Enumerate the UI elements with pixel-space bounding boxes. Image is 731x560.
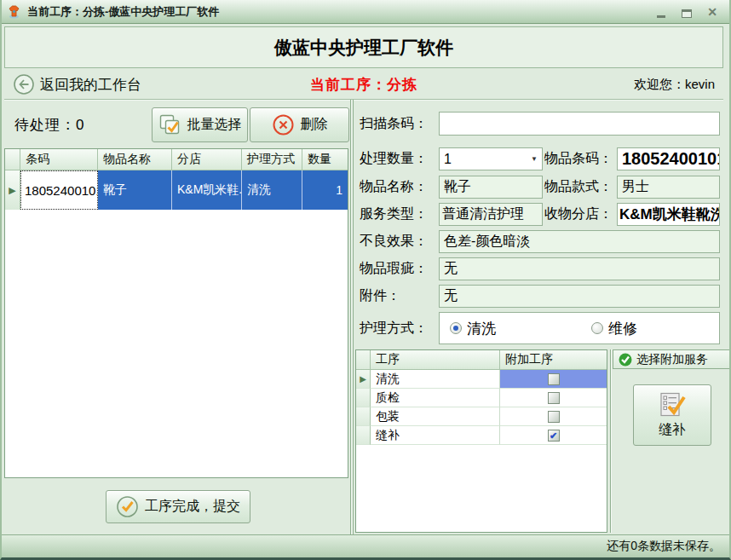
- quantity-select[interactable]: 1 ▼: [439, 147, 543, 170]
- additional-services-panel: 选择附加服务 缝补: [610, 349, 730, 533]
- flaw-value: 无: [439, 257, 720, 280]
- scan-barcode-input[interactable]: [439, 112, 720, 136]
- row-indicator-icon: ▶: [356, 370, 371, 389]
- row-indicator-icon: ▶: [5, 170, 20, 210]
- defect-label: 不良效果：: [360, 233, 428, 251]
- app-icon: [7, 4, 21, 19]
- care-method-label: 护理方式：: [360, 320, 428, 338]
- back-label: 返回我的工作台: [40, 75, 141, 95]
- cell-quantity[interactable]: 1: [302, 170, 348, 210]
- process-row-inspect[interactable]: 质检: [356, 389, 607, 407]
- mend-service-button[interactable]: 缝补: [633, 384, 711, 446]
- welcome-text: 欢迎您：kevin: [485, 77, 715, 93]
- chevron-down-icon: ▼: [531, 155, 538, 163]
- toolbar-header: 返回我的工作台 当前工序：分拣 欢迎您：kevin: [4, 70, 723, 99]
- checkbox-inspect[interactable]: [548, 392, 560, 404]
- left-panel: 待处理：0 批量选择 删除: [4, 100, 350, 535]
- col-header-care-method[interactable]: 护理方式: [242, 149, 302, 170]
- items-table: 条码 物品名称 分店 护理方式 数量 ▶ 18052400101 靴子 K&M凯…: [4, 148, 348, 478]
- pending-label: 待处理：: [14, 117, 76, 133]
- right-panel: 扫描条码： 处理数量： 1 ▼ 物品条码： 18052400101 物品名称： …: [354, 100, 730, 535]
- item-name-label: 物品名称：: [360, 178, 428, 196]
- item-barcode-value: 18052400101: [617, 147, 720, 170]
- defect-value: 色差-颜色暗淡: [439, 230, 720, 253]
- table-row[interactable]: ▶ 18052400101 靴子 K&M凯米鞋... 清洗 1: [5, 170, 348, 210]
- welcome-label: 欢迎您：: [634, 77, 685, 91]
- delete-label: 删除: [301, 116, 328, 134]
- status-bar: 还有0条数据未保存。: [2, 534, 729, 557]
- col-header-extra-process[interactable]: 附加工序: [500, 350, 607, 370]
- process-name[interactable]: 质检: [371, 389, 500, 407]
- checkbox-mend[interactable]: [548, 430, 560, 442]
- additional-services-label: 选择附加服务: [636, 352, 708, 367]
- pending-counter: 待处理：0: [14, 115, 84, 135]
- col-header-item-name[interactable]: 物品名称: [98, 149, 172, 170]
- item-name-value: 靴子: [439, 176, 543, 199]
- green-check-icon: [619, 353, 632, 367]
- maximize-button[interactable]: [680, 6, 694, 18]
- quantity-value: 1: [444, 152, 452, 167]
- submit-process-label: 工序完成，提交: [145, 498, 240, 516]
- receive-branch-label: 收物分店：: [544, 205, 613, 223]
- current-process-label: 当前工序：分拣: [243, 75, 485, 95]
- accessory-label: 附件：: [360, 287, 400, 305]
- process-name[interactable]: 包装: [371, 407, 500, 426]
- radio-wash[interactable]: 清洗: [450, 319, 496, 338]
- care-method-group: 清洗 维修: [439, 312, 720, 344]
- col-header-process[interactable]: 工序: [371, 350, 500, 370]
- process-row-wash[interactable]: ▶ 清洗: [356, 370, 607, 389]
- app-window: 当前工序：分拣-傲蓝中央护理工厂软件 ✕ 傲蓝中央护理工厂软件 返回我的工作台 …: [0, 0, 731, 560]
- additional-services-header: 选择附加服务: [613, 349, 730, 369]
- window-title: 当前工序：分拣-傲蓝中央护理工厂软件: [27, 4, 654, 20]
- accessory-value: 无: [439, 285, 720, 308]
- process-row-pack[interactable]: 包装: [356, 407, 607, 426]
- radio-wash-label: 清洗: [467, 319, 496, 338]
- title-bar: 当前工序：分拣-傲蓝中央护理工厂软件 ✕: [2, 0, 729, 24]
- item-style-label: 物品款式：: [544, 178, 613, 196]
- cell-barcode[interactable]: 18052400101: [20, 170, 98, 210]
- service-type-label: 服务类型：: [360, 205, 428, 223]
- status-text: 还有0条数据未保存。: [607, 539, 721, 554]
- batch-select-label: 批量选择: [187, 116, 242, 134]
- delete-button[interactable]: 删除: [250, 107, 349, 142]
- item-barcode-label: 物品条码：: [544, 150, 613, 168]
- batch-select-button[interactable]: 批量选择: [152, 107, 248, 142]
- cell-care-method[interactable]: 清洗: [242, 170, 302, 210]
- cell-item-name[interactable]: 靴子: [98, 170, 172, 210]
- items-table-header: 条码 物品名称 分店 护理方式 数量: [5, 149, 348, 170]
- checklist-icon: [657, 392, 688, 418]
- col-header-barcode[interactable]: 条码: [20, 149, 98, 170]
- flaw-label: 物品瑕疵：: [360, 260, 428, 278]
- col-header-branch[interactable]: 分店: [172, 149, 242, 170]
- item-style-value: 男士: [617, 176, 720, 199]
- process-name[interactable]: 缝补: [371, 426, 500, 445]
- close-button[interactable]: ✕: [705, 6, 719, 18]
- radio-wash-icon: [450, 322, 462, 334]
- back-button[interactable]: 返回我的工作台: [13, 73, 243, 95]
- quantity-label: 处理数量：: [360, 150, 428, 168]
- page-title: 傲蓝中央护理工厂软件: [4, 26, 723, 68]
- back-arrow-icon: [13, 73, 35, 95]
- submit-check-icon: [116, 495, 139, 518]
- col-header-quantity[interactable]: 数量: [302, 149, 348, 170]
- scan-barcode-label: 扫描条码：: [360, 115, 428, 133]
- submit-process-button[interactable]: 工序完成，提交: [106, 490, 250, 523]
- process-table: 工序 附加工序 ▶ 清洗 质检 包装 缝补: [355, 349, 607, 533]
- minimize-button[interactable]: [654, 6, 668, 18]
- checkbox-wash[interactable]: [548, 373, 560, 385]
- delete-icon: [272, 113, 295, 136]
- receive-branch-value: K&M凯米鞋靴洗: [617, 203, 720, 226]
- mend-service-label: 缝补: [659, 421, 686, 439]
- username: kevin: [685, 77, 715, 91]
- radio-repair-label: 维修: [608, 319, 637, 338]
- radio-repair[interactable]: 维修: [591, 319, 637, 338]
- process-name[interactable]: 清洗: [371, 370, 500, 389]
- radio-repair-icon: [591, 322, 603, 334]
- batch-select-icon: [158, 113, 181, 136]
- process-row-mend[interactable]: 缝补: [356, 426, 607, 445]
- checkbox-pack[interactable]: [548, 411, 560, 423]
- service-type-value: 普通清洁护理: [439, 203, 543, 226]
- pending-count: 0: [76, 117, 84, 133]
- cell-branch[interactable]: K&M凯米鞋...: [172, 170, 242, 210]
